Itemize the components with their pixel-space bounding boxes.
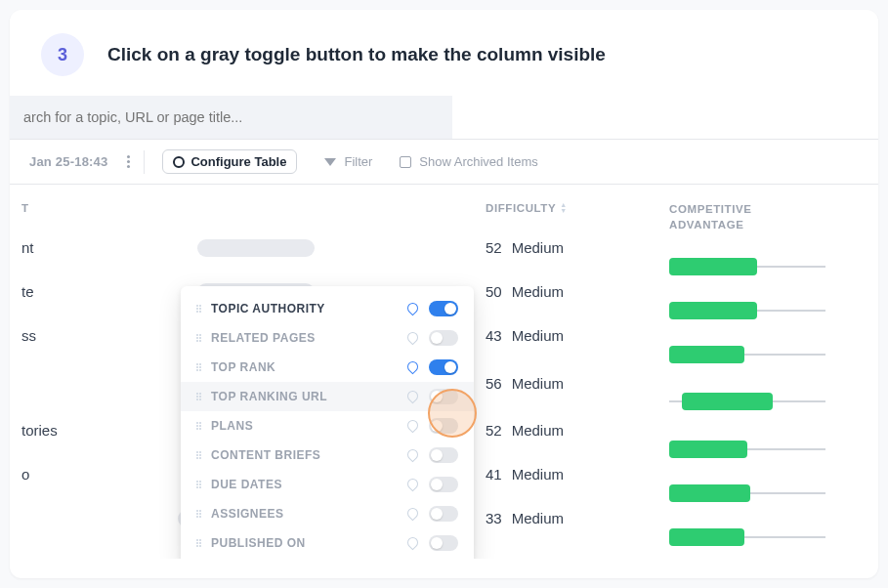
advantage-cell bbox=[655, 376, 878, 427]
difficulty-value: 33 bbox=[486, 510, 502, 526]
row-name[interactable]: ss bbox=[10, 314, 164, 357]
drag-handle-icon[interactable] bbox=[196, 510, 201, 518]
filter-icon bbox=[324, 158, 336, 166]
search-input[interactable] bbox=[10, 96, 452, 139]
archived-label: Show Archived Items bbox=[419, 154, 537, 169]
column-option[interactable]: CONTENT BRIEFS bbox=[181, 441, 474, 470]
pin-icon[interactable] bbox=[405, 536, 419, 550]
column-option[interactable]: ASSIGNEES bbox=[181, 499, 474, 528]
pin-icon[interactable] bbox=[405, 478, 419, 491]
column-visibility-toggle[interactable] bbox=[429, 301, 458, 316]
gear-icon bbox=[173, 156, 185, 168]
row-name[interactable]: nt bbox=[10, 226, 164, 270]
column-visibility-toggle[interactable] bbox=[429, 506, 458, 522]
column-visibility-toggle[interactable] bbox=[429, 447, 458, 463]
pin-icon[interactable] bbox=[405, 390, 419, 403]
show-archived-button[interactable]: Show Archived Items bbox=[390, 154, 547, 169]
column-visibility-toggle[interactable] bbox=[429, 330, 458, 346]
column-visibility-toggle[interactable] bbox=[429, 535, 458, 551]
column-option[interactable]: PUBLISHED ON bbox=[181, 528, 474, 558]
column-option[interactable]: TOP RANK bbox=[181, 353, 474, 382]
screenshot-area: Jan 25-18:43 Configure Table Filter Show… bbox=[10, 96, 878, 559]
col-header-difficulty[interactable]: DIFFICULTY ▲▼ bbox=[472, 185, 655, 226]
drag-handle-icon[interactable] bbox=[196, 422, 201, 430]
col-difficulty: DIFFICULTY ▲▼ 52 Medium 50 Medium 43 Med… bbox=[472, 185, 655, 559]
kebab-icon[interactable] bbox=[127, 155, 130, 168]
difficulty-value: 50 bbox=[486, 283, 502, 300]
drag-handle-icon[interactable] bbox=[196, 539, 201, 547]
column-option[interactable]: TOPIC AUTHORITY bbox=[181, 294, 474, 323]
difficulty-cell: 56 Medium bbox=[472, 357, 655, 408]
column-option-label: PUBLISHED ON bbox=[211, 536, 396, 550]
column-option[interactable]: DUE DATES bbox=[181, 470, 474, 499]
difficulty-label: Medium bbox=[512, 327, 564, 344]
column-visibility-toggle[interactable] bbox=[429, 477, 458, 492]
col-advantage: COMPETITIVEADVANTAGE bbox=[655, 185, 878, 559]
advantage-track bbox=[669, 492, 825, 494]
row-name[interactable]: o bbox=[10, 452, 164, 496]
advantage-bar bbox=[669, 302, 757, 319]
filter-button[interactable]: Filter bbox=[315, 154, 382, 169]
difficulty-cell: 41 Medium bbox=[472, 452, 655, 496]
drag-handle-icon[interactable] bbox=[196, 451, 201, 459]
sort-icon: ▲▼ bbox=[560, 202, 568, 214]
advantage-track bbox=[669, 266, 825, 268]
advantage-cell bbox=[655, 288, 878, 332]
search-row bbox=[10, 96, 878, 139]
configure-table-button[interactable]: Configure Table bbox=[162, 149, 297, 174]
difficulty-value: 52 bbox=[486, 422, 502, 439]
col-header-advantage[interactable]: COMPETITIVEADVANTAGE bbox=[655, 185, 878, 244]
column-visibility-toggle[interactable] bbox=[429, 359, 458, 375]
drag-handle-icon[interactable] bbox=[196, 334, 201, 342]
advantage-bar bbox=[669, 441, 747, 458]
column-visibility-toggle[interactable] bbox=[429, 418, 458, 434]
drag-handle-icon[interactable] bbox=[196, 305, 201, 313]
drag-handle-icon[interactable] bbox=[196, 363, 201, 371]
column-option[interactable]: TOP RANKING URL bbox=[181, 382, 474, 411]
advantage-cell bbox=[655, 515, 878, 559]
column-visibility-toggle[interactable] bbox=[429, 389, 458, 404]
column-option-label: TOP RANK bbox=[211, 360, 396, 374]
column-option[interactable]: RELATED PAGES bbox=[181, 323, 474, 353]
column-option-label: DUE DATES bbox=[211, 478, 396, 491]
advantage-bar bbox=[669, 484, 750, 502]
drag-handle-icon[interactable] bbox=[196, 393, 201, 400]
column-option[interactable]: PLANS bbox=[181, 411, 474, 441]
row-name[interactable]: tories bbox=[10, 408, 164, 452]
pin-icon[interactable] bbox=[405, 419, 419, 433]
difficulty-label: Medium bbox=[512, 239, 564, 256]
snapshot-date[interactable]: Jan 25-18:43 bbox=[10, 150, 145, 174]
advantage-cell bbox=[655, 471, 878, 515]
row-name[interactable] bbox=[10, 496, 164, 540]
advantage-bar bbox=[669, 258, 757, 275]
advantage-track bbox=[669, 354, 825, 356]
advantage-cell bbox=[655, 332, 878, 376]
column-option-label: RELATED PAGES bbox=[211, 331, 396, 345]
advantage-track bbox=[669, 310, 825, 312]
pin-icon[interactable] bbox=[405, 360, 419, 374]
col-header-blank bbox=[164, 185, 472, 226]
advantage-cell bbox=[655, 427, 878, 471]
step-title: Click on a gray toggle button to make th… bbox=[107, 44, 606, 65]
difficulty-cell: 50 Medium bbox=[472, 270, 655, 314]
drag-handle-icon[interactable] bbox=[196, 481, 201, 488]
configure-segment: Configure Table bbox=[152, 149, 307, 174]
step-header: 3 Click on a gray toggle button to make … bbox=[10, 10, 878, 96]
difficulty-value: 56 bbox=[486, 375, 502, 392]
column-option-label: PLANS bbox=[211, 419, 396, 433]
difficulty-cell: 52 Medium bbox=[472, 226, 655, 270]
difficulty-cell: 33 Medium bbox=[472, 496, 655, 540]
row-name[interactable] bbox=[10, 357, 164, 408]
filter-label: Filter bbox=[344, 154, 372, 169]
pin-icon[interactable] bbox=[405, 507, 419, 521]
difficulty-label: Medium bbox=[512, 466, 564, 483]
advantage-bar bbox=[669, 528, 744, 546]
row-name[interactable]: te bbox=[10, 270, 164, 314]
difficulty-cell: 43 Medium bbox=[472, 314, 655, 357]
column-option-label: TOPIC AUTHORITY bbox=[211, 302, 396, 315]
pin-icon[interactable] bbox=[405, 448, 419, 462]
pin-icon[interactable] bbox=[405, 302, 419, 315]
archive-icon bbox=[400, 156, 411, 168]
column-option-label: ASSIGNEES bbox=[211, 507, 396, 521]
pin-icon[interactable] bbox=[405, 331, 419, 345]
